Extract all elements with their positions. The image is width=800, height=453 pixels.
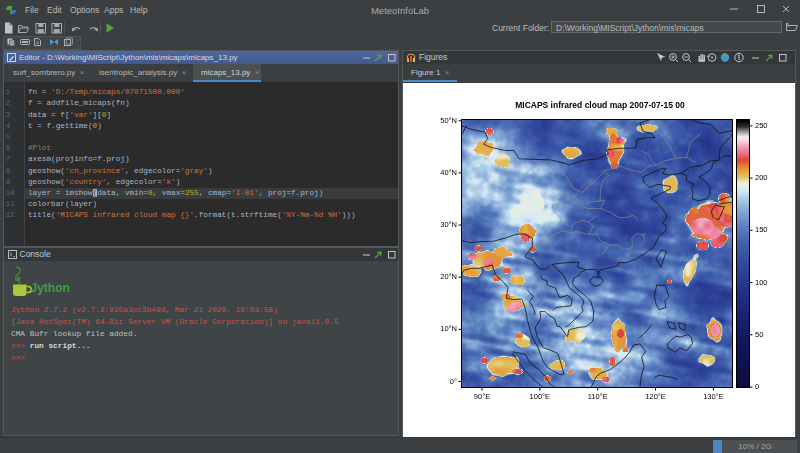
svg-text:Jython: Jython: [31, 281, 70, 295]
